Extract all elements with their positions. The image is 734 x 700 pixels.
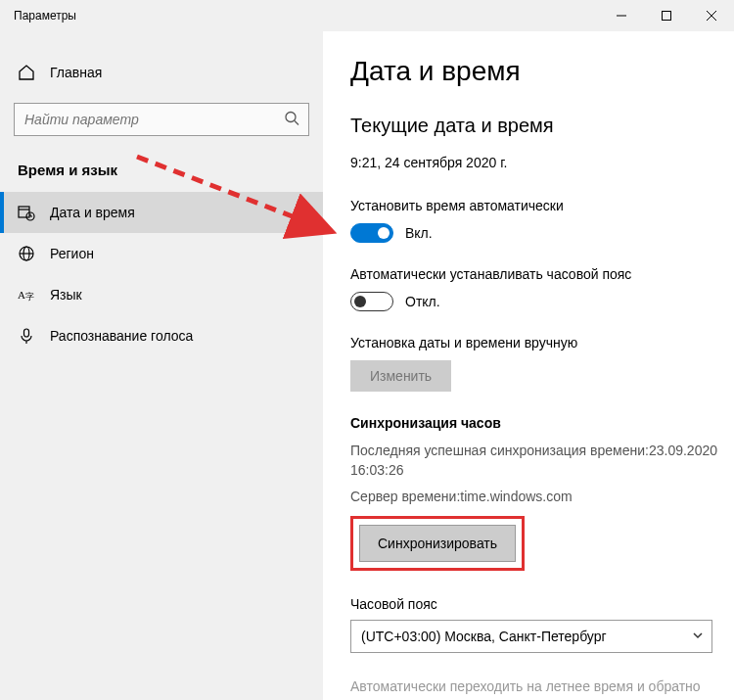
section-current-heading: Текущие дата и время: [350, 115, 734, 137]
current-datetime: 9:21, 24 сентября 2020 г.: [350, 155, 734, 170]
auto-time-setting: Установить время автоматически Вкл.: [350, 198, 734, 243]
sidebar-home-label: Главная: [50, 65, 102, 80]
timezone-select[interactable]: (UTC+03:00) Москва, Санкт-Петербург: [350, 620, 712, 653]
sync-heading: Синхронизация часов: [350, 415, 734, 431]
svg-point-4: [286, 113, 296, 122]
sidebar-item-label: Регион: [50, 246, 94, 261]
main-content: Дата и время Текущие дата и время 9:21, …: [323, 31, 734, 700]
svg-text:字: 字: [25, 292, 34, 302]
search-container: [14, 103, 309, 136]
timezone-section: Часовой пояс (UTC+03:00) Москва, Санкт-П…: [350, 596, 734, 653]
timezone-label: Часовой пояс: [350, 596, 734, 612]
auto-time-label: Установить время автоматически: [350, 198, 734, 213]
svg-text:A: A: [18, 289, 25, 301]
chevron-down-icon: [692, 629, 704, 644]
change-button: Изменить: [350, 360, 451, 392]
search-icon: [284, 111, 299, 129]
calendar-clock-icon: [18, 204, 35, 221]
microphone-icon: [18, 327, 35, 345]
sync-server-info: Сервер времени:time.windows.com: [350, 487, 734, 506]
svg-rect-16: [24, 329, 29, 337]
sidebar-item-region[interactable]: Регион: [0, 233, 323, 274]
sync-last-info: Последняя успешная синхронизация времени…: [350, 441, 734, 481]
title-bar: Параметры: [0, 0, 734, 31]
sync-section: Синхронизация часов Последняя успешная с…: [350, 415, 734, 571]
auto-time-state: Вкл.: [405, 225, 433, 241]
home-icon: [18, 64, 35, 81]
sidebar-item-date-time[interactable]: Дата и время: [0, 192, 323, 233]
sync-highlight-box: Синхронизировать: [350, 516, 525, 571]
manual-set-label: Установка даты и времени вручную: [350, 335, 734, 350]
sidebar-item-label: Распознавание голоса: [50, 328, 193, 344]
dst-label: Автоматически переходить на летнее время…: [350, 678, 734, 694]
page-title: Дата и время: [350, 56, 734, 87]
sidebar-category: Время и язык: [0, 154, 323, 192]
auto-tz-setting: Автоматически устанавливать часовой пояс…: [350, 266, 734, 311]
window-title: Параметры: [14, 9, 76, 23]
close-button[interactable]: [689, 0, 734, 31]
sync-button[interactable]: Синхронизировать: [359, 525, 516, 562]
sidebar-item-language[interactable]: A 字 Язык: [0, 274, 323, 315]
sidebar-home[interactable]: Главная: [0, 56, 323, 89]
svg-rect-6: [19, 207, 29, 217]
auto-tz-toggle[interactable]: [350, 292, 393, 311]
auto-tz-state: Откл.: [405, 294, 440, 309]
auto-tz-label: Автоматически устанавливать часовой пояс: [350, 266, 734, 282]
minimize-button[interactable]: [599, 0, 644, 31]
sidebar-item-label: Дата и время: [50, 205, 135, 220]
globe-icon: [18, 245, 35, 262]
manual-set-setting: Установка даты и времени вручную Изменит…: [350, 335, 734, 392]
language-icon: A 字: [18, 286, 35, 303]
svg-line-5: [295, 121, 298, 125]
maximize-button[interactable]: [644, 0, 689, 31]
sidebar: Главная Время и язык Дата и время: [0, 31, 323, 700]
auto-time-toggle[interactable]: [350, 223, 393, 243]
sidebar-item-label: Язык: [50, 287, 82, 303]
search-input[interactable]: [14, 103, 309, 136]
svg-rect-1: [663, 12, 671, 21]
sidebar-item-speech[interactable]: Распознавание голоса: [0, 315, 323, 356]
timezone-selected: (UTC+03:00) Москва, Санкт-Петербург: [361, 629, 607, 644]
dst-section: Автоматически переходить на летнее время…: [350, 678, 734, 700]
